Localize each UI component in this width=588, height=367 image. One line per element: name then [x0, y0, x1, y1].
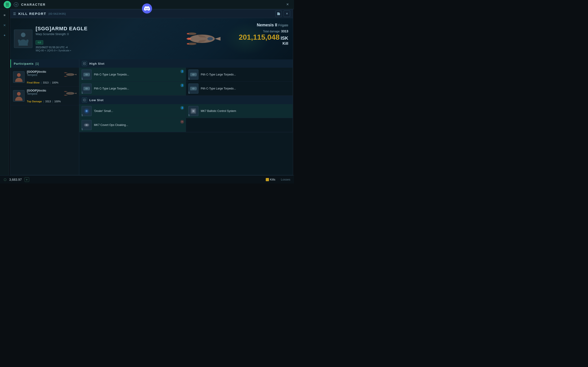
meta-damage-1: 3313 [43, 81, 48, 84]
svg-point-8 [187, 33, 189, 34]
final-blow-label: Final Blow [27, 81, 40, 84]
kill-stats: Nemesis II Frigate Total damage: 3313 20… [239, 23, 288, 46]
low-item-qty-3: 1 [82, 128, 83, 131]
isk-display: 201,115,048 ISK [239, 33, 288, 42]
losses-tab[interactable]: Losses [281, 178, 290, 181]
svg-point-33 [85, 88, 88, 90]
add-button[interactable]: + [25, 177, 29, 182]
svg-point-0 [21, 33, 26, 37]
meta-pct-1: 100% [52, 81, 58, 84]
participants-title: Participants [14, 62, 34, 65]
participant-meta-2: Top Damage | 3313 | 100% [27, 100, 76, 103]
sidebar-close-icon[interactable]: ✕ [1, 22, 8, 28]
svg-point-12 [208, 37, 213, 40]
pilot-icon-3: 👤 [180, 83, 184, 87]
low-slot-icon [82, 98, 87, 102]
low-pilot-icon-1: 👤 [180, 106, 184, 110]
item-qty-4: 1 [188, 92, 190, 94]
window-title: CHARACTER [21, 3, 46, 6]
main-layout: ≡ ✕ ✦ ☰ KILL REPORT [ID:5623435] ✕ [0, 9, 294, 175]
victim-avatar [14, 30, 32, 48]
export-button[interactable] [275, 10, 282, 17]
svg-rect-37 [196, 88, 197, 89]
report-body: Participants [1] [GOOP]Arctic Tempest [10, 59, 293, 175]
hamburger-button[interactable] [4, 1, 11, 8]
kill-location: 98Q-80 < JQV5-9 < Syndicate • [36, 49, 289, 52]
item-name-4: Pith C-Type Large Torpedo... [201, 87, 290, 90]
svg-point-24 [65, 95, 66, 96]
high-slot-icon [82, 61, 87, 66]
item-qty-2: 1 [188, 77, 190, 80]
high-slot-item-2[interactable]: Pith C-Type Large Torpedo... 1 [186, 68, 293, 82]
high-slot-item-1[interactable]: Pith C-Type Large Torpedo... 1 👤 [79, 68, 186, 82]
svg-point-22 [64, 95, 68, 96]
meta-pct-2: 100% [54, 100, 61, 103]
participant-meta-1: Final Blow | 3313 | 100% [27, 81, 76, 84]
item-icon-4 [188, 83, 199, 94]
participant-avatar-2 [13, 90, 25, 102]
low-item-icon-3 [82, 120, 92, 130]
sidebar-menu-icon[interactable]: ≡ [1, 12, 8, 18]
close-report-button[interactable]: ✕ [284, 10, 290, 17]
low-slot-item-3[interactable]: MK7 Covert Ops Cloaking... 1 ✕ [79, 118, 186, 132]
content-area: ☰ KILL REPORT [ID:5623435] ✕ [10, 9, 293, 175]
low-item-qty-2: 1 [188, 114, 190, 117]
low-item-qty-1: 1 [82, 114, 83, 117]
low-slot-title: Low Slot [89, 98, 104, 102]
svg-point-23 [65, 91, 66, 92]
participant-item-2[interactable]: [GOOP]Arctic Tempest Top Damage | 3313 |… [10, 86, 79, 105]
damage-label: Total damage: 3313 [239, 29, 288, 33]
bottom-bar: ⬡ 3,683.97 + Kills Losses [0, 175, 294, 184]
high-slot-section: High Slot Pith C- [79, 59, 293, 96]
low-slot-section: Low Slot 'Dealer' [79, 96, 293, 132]
isk-counter-icon: ⬡ [4, 178, 6, 181]
sidebar: ≡ ✕ ✦ [0, 9, 9, 175]
participant-ship-icon-1 [64, 69, 77, 80]
top-bar-left: ◎ CHARACTER [4, 1, 46, 8]
high-slot-item-4[interactable]: Pith C-Type Large Torpedo... 1 [186, 82, 293, 96]
svg-point-41 [86, 110, 87, 112]
kills-tab[interactable]: Kills [270, 178, 275, 181]
high-slot-item-3[interactable]: Pith C-Type Large Torpedo... 1 👤 [79, 82, 186, 96]
equipment-panel: High Slot Pith C- [79, 59, 293, 175]
participants-count: [1] [35, 62, 39, 65]
svg-point-9 [187, 43, 189, 44]
svg-point-5 [186, 38, 191, 40]
item-name-3: Pith C-Type Large Torpedo... [94, 87, 183, 90]
item-icon-2 [188, 69, 199, 80]
svg-point-13 [17, 73, 21, 77]
low-item-icon-1 [82, 106, 92, 116]
kill-report-title: KILL REPORT [18, 12, 46, 16]
discord-badge[interactable] [142, 3, 152, 14]
bottom-right: Kills Losses [266, 178, 290, 181]
svg-point-44 [192, 110, 194, 112]
item-icon-1 [82, 69, 92, 80]
high-slot-header: High Slot [79, 59, 293, 68]
high-slot-grid: Pith C-Type Large Torpedo... 1 👤 [79, 68, 293, 96]
low-slot-item-2[interactable]: MK7 Ballistic Control System 1 [186, 104, 293, 118]
svg-rect-31 [196, 74, 197, 75]
kill-badge: Kill [36, 40, 43, 44]
svg-rect-28 [89, 74, 90, 75]
low-item-name-3: MK7 Covert Ops Cloaking... [94, 123, 183, 127]
item-name-1: Pith C-Type Large Torpedo... [94, 73, 183, 76]
svg-point-17 [65, 73, 66, 73]
top-damage-role: Top Damage [27, 100, 42, 103]
high-slot-title: High Slot [89, 62, 104, 65]
low-item-icon-2 [188, 106, 199, 116]
kr-menu-icon[interactable]: ☰ [13, 12, 16, 16]
participant-ship-icon-2 [64, 88, 77, 99]
low-pilot-icon-3: ✕ [180, 120, 184, 124]
svg-point-19 [17, 92, 21, 96]
sidebar-star-icon[interactable]: ✦ [1, 32, 8, 39]
character-icon: ◎ [14, 2, 18, 7]
low-slot-item-1[interactable]: 'Dealer' Small... 1 👤 [79, 104, 186, 118]
participant-item[interactable]: [GOOP]Arctic Tempest Final Blow | 3313 |… [10, 68, 79, 86]
participants-header: Participants [1] [10, 59, 79, 68]
svg-point-30 [192, 74, 195, 75]
ship-display [176, 20, 229, 57]
window-close-button[interactable]: × [285, 2, 290, 7]
ship-name-display: Nemesis II Frigate [239, 23, 288, 27]
low-slot-header: Low Slot [79, 96, 293, 104]
svg-point-18 [65, 76, 66, 77]
